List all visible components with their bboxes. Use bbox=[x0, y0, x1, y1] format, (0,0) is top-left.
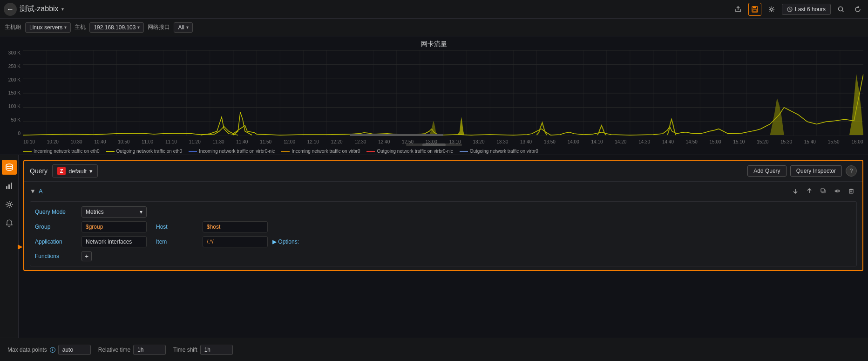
host-value: 192.168.109.103 bbox=[94, 24, 136, 31]
chart-canvas bbox=[23, 50, 863, 136]
arrow-down-icon bbox=[793, 188, 798, 194]
application-value[interactable]: Network interfaces bbox=[81, 236, 147, 247]
svg-rect-56 bbox=[11, 183, 12, 189]
query-panel: Query Z default ▾ Add Query Query Inspec… bbox=[23, 160, 863, 271]
chart-scroll-track[interactable] bbox=[406, 143, 462, 146]
query-inspector-button[interactable]: Query Inspector bbox=[790, 165, 842, 177]
top-bar-left: ← 测试-zabbix ▾ bbox=[4, 3, 64, 16]
back-button[interactable]: ← bbox=[4, 3, 17, 16]
help-button[interactable]: ? bbox=[846, 165, 857, 177]
svg-point-57 bbox=[8, 203, 11, 206]
host-group-arrow: ▾ bbox=[64, 25, 67, 30]
chart-scroll-thumb[interactable] bbox=[422, 143, 446, 146]
share-button[interactable] bbox=[732, 3, 745, 16]
svg-rect-55 bbox=[8, 184, 10, 189]
svg-marker-51 bbox=[457, 117, 464, 135]
query-a-letter: A bbox=[39, 188, 43, 195]
eye-icon bbox=[834, 188, 840, 194]
legend-outgoing-eth0: Outgoing network traffic on eth0 bbox=[106, 149, 183, 154]
time-range-button[interactable]: Last 6 hours bbox=[782, 4, 831, 15]
share-icon bbox=[735, 6, 741, 13]
clock-icon bbox=[787, 7, 793, 12]
query-duplicate-button[interactable] bbox=[818, 185, 829, 197]
add-query-button[interactable]: Add Query bbox=[747, 165, 786, 177]
time-shift-input[interactable] bbox=[200, 345, 233, 355]
svg-rect-2 bbox=[753, 9, 757, 12]
time-shift-label: Time shift bbox=[173, 347, 197, 353]
relative-time-label: Relative time bbox=[98, 347, 130, 353]
options-link[interactable]: Options: bbox=[272, 238, 299, 245]
host-group-select[interactable]: Linux servers ▾ bbox=[25, 22, 71, 33]
y-label-200k: 200 K bbox=[8, 77, 20, 82]
form-row-functions: Functions + bbox=[35, 251, 852, 261]
database-icon bbox=[5, 163, 14, 171]
max-data-input[interactable] bbox=[58, 345, 91, 355]
time-range-label: Last 6 hours bbox=[795, 6, 826, 13]
add-function-button[interactable]: + bbox=[81, 251, 92, 261]
save-dashboard-button[interactable] bbox=[748, 3, 761, 16]
chart-area: 网卡流量 300 K 250 K 200 K 150 K 100 K 50 K … bbox=[0, 36, 868, 155]
legend-line-outgoing-virbr0-nic bbox=[366, 151, 375, 152]
chart-title: 网卡流量 bbox=[0, 36, 868, 48]
item-label: Item bbox=[156, 238, 203, 245]
sidebar-icon-settings[interactable] bbox=[2, 197, 17, 212]
y-label-300k: 300 K bbox=[8, 50, 20, 55]
save-icon bbox=[752, 6, 758, 13]
svg-marker-50 bbox=[429, 121, 436, 135]
form-row-mode: Query Mode Metrics ▾ bbox=[35, 206, 852, 218]
group-label: Group bbox=[35, 224, 81, 230]
max-data-item: Max data points bbox=[7, 345, 91, 355]
query-move-up-button[interactable] bbox=[804, 185, 815, 197]
filter-bar: 主机组 Linux servers ▾ 主机 192.168.109.103 ▾… bbox=[0, 19, 868, 36]
functions-label: Functions bbox=[35, 253, 81, 259]
query-move-down-button[interactable] bbox=[790, 185, 801, 197]
item-value[interactable]: /.*/ bbox=[203, 236, 268, 247]
host-select[interactable]: 192.168.109.103 ▾ bbox=[89, 22, 144, 33]
y-label-250k: 250 K bbox=[8, 64, 20, 69]
host-group-value: Linux servers bbox=[29, 24, 62, 31]
network-select[interactable]: All ▾ bbox=[174, 22, 192, 33]
svg-point-53 bbox=[6, 164, 13, 167]
form-row-group-host: Group $group Host $host bbox=[35, 221, 852, 232]
refresh-button[interactable] bbox=[851, 3, 864, 16]
legend-incoming-virbr0: Incoming network traffic on virbr0 bbox=[281, 149, 360, 154]
datasource-select[interactable]: Z default ▾ bbox=[52, 164, 98, 177]
sidebar-icon-chart[interactable] bbox=[2, 178, 17, 193]
top-bar-right: Last 6 hours bbox=[732, 3, 864, 16]
form-row-application: Application Network interfaces Item /.*/… bbox=[35, 236, 852, 247]
network-label: 网络接口 bbox=[148, 23, 170, 31]
query-a-actions bbox=[790, 185, 857, 197]
legend-line-outgoing-eth0 bbox=[106, 151, 115, 152]
host-arrow: ▾ bbox=[137, 25, 140, 30]
mode-select[interactable]: Metrics ▾ bbox=[81, 206, 147, 218]
info-icon[interactable] bbox=[50, 347, 55, 353]
relative-time-input[interactable] bbox=[133, 345, 166, 355]
title-dropdown-arrow[interactable]: ▾ bbox=[61, 7, 64, 12]
query-toggle-visibility-button[interactable] bbox=[832, 185, 843, 197]
top-bar: ← 测试-zabbix ▾ Las bbox=[0, 0, 868, 19]
collapse-arrow[interactable]: ▼ bbox=[30, 188, 36, 195]
y-label-100k: 100 K bbox=[8, 104, 20, 109]
query-a-label[interactable]: ▼ A bbox=[30, 188, 43, 195]
search-button[interactable] bbox=[834, 3, 848, 16]
sidebar-icon-database[interactable] bbox=[2, 160, 17, 175]
zabbix-icon: Z bbox=[57, 167, 66, 175]
chart-bar-icon bbox=[5, 182, 14, 190]
sidebar-icon-bell[interactable] bbox=[2, 216, 17, 231]
query-a-header: ▼ A bbox=[30, 185, 857, 197]
search-icon bbox=[838, 6, 844, 13]
y-label-0: 0 bbox=[18, 131, 20, 136]
application-label: Application bbox=[35, 238, 81, 245]
host-field-value[interactable]: $host bbox=[203, 221, 268, 232]
datasource-arrow: ▾ bbox=[89, 168, 93, 175]
query-delete-button[interactable] bbox=[846, 185, 857, 197]
group-value[interactable]: $group bbox=[81, 221, 147, 232]
trash-icon bbox=[848, 188, 854, 194]
y-label-50k: 50 K bbox=[11, 117, 20, 123]
dashboard-settings-button[interactable] bbox=[765, 3, 778, 16]
svg-rect-59 bbox=[821, 189, 824, 192]
gear-icon bbox=[768, 6, 775, 13]
svg-point-3 bbox=[770, 8, 773, 10]
network-arrow: ▾ bbox=[186, 25, 189, 30]
sidebar-expand-arrow[interactable]: ▶ bbox=[18, 243, 23, 250]
